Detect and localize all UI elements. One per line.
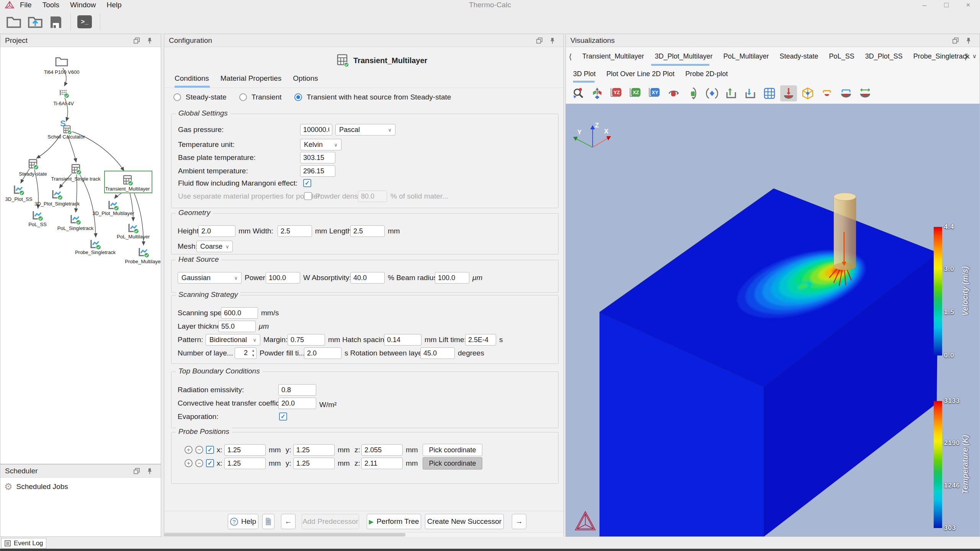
tab-list-dropdown-icon[interactable]: ∨ [972,53,977,60]
tree-node-probe-singletrack[interactable]: Probe_Singletrack [75,240,116,255]
beam-radius-input[interactable] [435,272,469,284]
convective-coefficient-input[interactable] [278,398,316,409]
close-button[interactable]: × [959,0,977,10]
plot-tab-plot-over-line[interactable]: Plot Over Line 2D Plot [606,70,675,78]
tab-options[interactable]: Options [293,74,318,83]
tab-material-properties[interactable]: Material Properties [220,74,281,83]
power-input[interactable] [266,272,300,284]
probe2-y-input[interactable] [293,458,335,469]
height-input[interactable] [198,225,235,237]
stepper-arrows-icon[interactable]: ▲▼ [252,348,255,358]
add-predecessor-button[interactable]: Add Predecessor [302,514,359,529]
tree-node-pol-multilayer[interactable]: PoL_Multilayer [117,224,150,240]
scroll-tabs-right-icon[interactable]: ⟩ [964,52,967,61]
float-panel-icon[interactable] [133,37,140,44]
result-tab-steady-state[interactable]: Steady-state [780,52,818,60]
melt-pool-width-icon[interactable] [857,85,874,101]
evaporation-checkbox[interactable]: ✓ [279,412,287,421]
scheduled-jobs-item[interactable]: ⚙ Scheduled Jobs [4,481,68,492]
new-project-folder-icon[interactable] [6,15,21,29]
tree-node-probe-multilayer[interactable]: Probe_Multilayer [125,248,161,264]
minimize-button[interactable]: – [916,0,933,10]
radio-transient-heat-source[interactable] [294,93,302,101]
roll-view-icon[interactable] [665,85,682,101]
create-new-successor-button[interactable]: Create New Successor [425,514,504,529]
yz-plane-icon[interactable]: YZ [608,85,625,101]
gas-pressure-input[interactable] [300,124,332,135]
plot-tab-3d-plot[interactable]: 3D Plot [573,70,596,78]
result-tab-3d-plot-ss[interactable]: 3D_Plot_SS [865,52,903,60]
probe1-x-input[interactable] [224,444,266,456]
tree-node-pol-singletrack[interactable]: PoL_Singletrack [57,215,94,231]
float-panel-icon[interactable] [133,468,140,474]
fluid-flow-checkbox[interactable]: ✓ [303,179,311,187]
tree-node-3d-plot-singletrack[interactable]: 3D_Plot_Singletrack [34,190,80,207]
temperature-unit-select[interactable]: Kelvin∨ [300,139,341,150]
melt-pool-top-icon[interactable] [818,85,835,101]
show-grid-icon[interactable] [761,85,778,101]
probe2-x-input[interactable] [224,458,266,469]
tree-node-transient-multilayer[interactable]: Transient_Multilayer [105,176,150,192]
result-tab-probe-singletrack[interactable]: Probe_Singletrack [913,52,970,60]
add-probe-button[interactable]: + [185,459,193,467]
pick-coordinate-button-1[interactable]: Pick coordinate [423,444,482,456]
rotation-between-layers-input[interactable] [420,347,455,359]
plot-3d-viewport[interactable]: Z Y X 4.4 3.0 1.5 0.0 Velocity (m/s) 313… [566,104,980,536]
probe-enabled-checkbox[interactable]: ✓ [206,446,214,454]
hatch-spacing-input[interactable] [384,334,421,346]
rotate-view-icon[interactable] [570,85,586,101]
orbit-view-icon[interactable] [704,85,720,101]
xy-plane-icon[interactable]: XY [646,85,663,101]
number-of-layers-stepper[interactable]: 2 ▲▼ [235,347,256,359]
gas-pressure-unit-select[interactable]: Pascal∨ [335,124,395,135]
pin-panel-icon[interactable] [146,468,153,474]
copy-settings-button[interactable] [262,514,274,529]
separate-powder-checkbox[interactable] [304,192,312,200]
maximize-button[interactable]: □ [938,0,955,10]
powder-fill-time-input[interactable] [304,347,341,359]
previous-node-button[interactable]: ← [281,514,296,529]
tree-node-3d-plot-multilayer[interactable]: 3D_Plot_Multilayer [92,201,134,216]
perform-tree-button[interactable]: ▶ Perform Tree [367,514,421,529]
menu-window[interactable]: Window [65,1,101,9]
result-tab-pol-ss[interactable]: PoL_SS [829,52,854,60]
tree-node-transient-single-track[interactable]: Transient_Single track [51,165,101,182]
melt-pool-bottom-view-icon[interactable] [780,85,797,101]
ambient-temperature-input[interactable] [300,165,335,177]
horizontal-scrollbar[interactable] [164,532,564,537]
probe2-z-input[interactable] [361,458,403,469]
remove-probe-button[interactable]: − [195,446,203,454]
open-project-icon[interactable] [28,15,43,29]
xz-plane-icon[interactable]: XZ [627,85,644,101]
tree-node-3d-plot-ss[interactable]: 3D_Plot_SS [5,186,33,202]
next-node-button[interactable]: → [512,514,526,529]
pattern-select[interactable]: Bidirectional∨ [206,334,260,346]
length-input[interactable] [350,225,385,237]
event-log-tab[interactable]: Event Log [1,538,46,549]
pin-panel-icon[interactable] [965,37,972,44]
probe1-y-input[interactable] [293,444,335,456]
scrollbar-thumb[interactable] [164,533,405,536]
remove-probe-button[interactable]: − [195,459,203,467]
probe1-z-input[interactable] [361,444,403,456]
result-tab-transient-multilayer[interactable]: Transient_Multilayer [582,52,644,60]
tree-node-scheil-calculator[interactable]: S Scheil Calculator [47,119,85,140]
radio-transient[interactable] [239,93,247,101]
menu-file[interactable]: File [15,1,37,9]
tree-node-steady-state[interactable]: Steady-state [19,160,47,177]
base-plate-temperature-input[interactable] [300,152,335,163]
melt-pool-section-icon[interactable] [838,85,854,101]
show-3d-box-icon[interactable] [799,85,816,101]
console-icon[interactable]: >_ [77,15,92,28]
menu-tools[interactable]: Tools [37,1,65,9]
isometric-view-icon[interactable] [589,85,606,101]
add-probe-button[interactable]: + [185,446,193,454]
absorptivity-input[interactable] [350,272,385,284]
layer-thickness-input[interactable] [218,321,256,332]
plot-tab-probe-2d-plot[interactable]: Probe 2D-plot [685,70,728,78]
float-panel-icon[interactable] [536,37,543,44]
tree-node-project-folder[interactable]: Ti64 P100 V600 [44,58,80,75]
pick-coordinate-button-2[interactable]: Pick coordinate [423,457,482,469]
pin-panel-icon[interactable] [549,37,556,44]
radio-steady-state[interactable] [173,93,181,101]
